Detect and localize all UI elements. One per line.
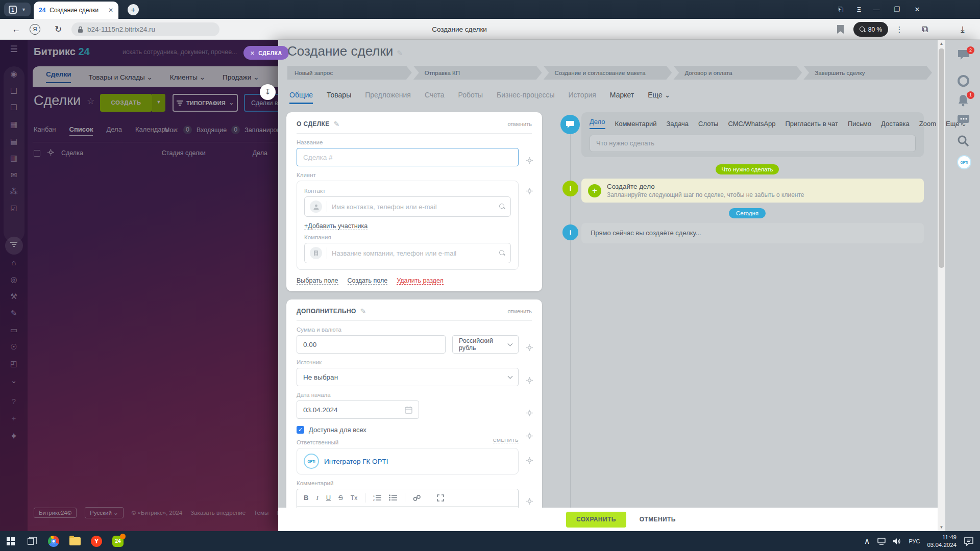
search-icon[interactable] — [499, 204, 505, 210]
expand-icon[interactable] — [437, 494, 444, 502]
tab-group-button[interactable]: 1 ▼ — [4, 3, 31, 16]
tab-task[interactable]: Задача — [666, 120, 689, 128]
source-select[interactable]: Не выбран — [297, 368, 519, 386]
create-field-link[interactable]: Создать поле — [348, 277, 388, 285]
browser-tab[interactable]: 24 Создание сделки ✕ — [34, 2, 118, 19]
slider-close-button[interactable]: ✕ СДЕЛКА — [243, 46, 289, 60]
network-icon[interactable] — [877, 538, 886, 545]
action-center-icon[interactable] — [964, 537, 974, 546]
chrome-taskbar-icon[interactable] — [43, 531, 64, 551]
change-responsible-link[interactable]: сменить — [493, 437, 519, 443]
create-deed-card[interactable]: + Создайте дело Запланируйте следующий ш… — [581, 179, 924, 203]
underline-icon[interactable]: U — [326, 494, 331, 502]
tray-expand-icon[interactable]: ∧ — [864, 536, 870, 546]
support-chat-icon[interactable] — [957, 114, 971, 129]
tab-general[interactable]: Общие — [289, 91, 313, 104]
stage-item[interactable]: Отправка КП — [413, 66, 542, 80]
field-gear-icon[interactable] — [526, 157, 533, 166]
currency-select[interactable]: Российский рубль — [452, 335, 519, 354]
browser-more-icon[interactable]: ⋮ — [893, 19, 905, 40]
tab-invite-chat[interactable]: Пригласить в чат — [786, 120, 838, 128]
new-tab-button[interactable]: + — [128, 4, 139, 15]
timer-widget-icon[interactable] — [957, 74, 971, 89]
field-gear-icon[interactable] — [526, 409, 533, 418]
edit-section-pencil-icon[interactable]: ✎ — [360, 307, 366, 315]
bookmark-icon[interactable] — [837, 25, 844, 34]
profile-avatar[interactable]: OPTI — [957, 155, 971, 169]
browser-menu-icon[interactable]: Ξ — [850, 0, 868, 19]
scroll-down-arrow[interactable]: ▼ — [938, 523, 945, 531]
task-view-button[interactable] — [21, 531, 43, 551]
file-explorer-icon[interactable] — [64, 531, 86, 551]
zoom-level-badge[interactable]: 80 % — [853, 22, 888, 37]
yandex-browser-icon[interactable]: Y — [86, 531, 107, 551]
edit-title-pencil-icon[interactable]: ✎ — [397, 49, 403, 57]
plus-icon[interactable]: + — [588, 184, 601, 197]
contact-input[interactable]: Имя контакта, телефон или e-mail — [304, 196, 511, 217]
extensions-icon[interactable]: ⧉ — [918, 19, 932, 40]
tab-bizproc[interactable]: Бизнес-процессы — [497, 91, 554, 104]
italic-icon[interactable]: I — [316, 494, 318, 502]
stage-item[interactable]: Новый запрос — [287, 66, 412, 80]
volume-icon[interactable] — [893, 538, 901, 545]
taskbar-clock[interactable]: 11:49 03.04.2024 — [927, 534, 957, 549]
yandex-icon[interactable]: Я — [30, 24, 40, 35]
tab-invoices[interactable]: Счета — [425, 91, 445, 104]
link-icon[interactable] — [413, 494, 421, 502]
minimize-button[interactable]: — — [868, 0, 885, 19]
tab-slots[interactable]: Слоты — [698, 120, 718, 128]
start-date-input[interactable]: 03.04.2024 — [297, 400, 419, 419]
tab-products[interactable]: Товары — [327, 91, 351, 104]
section-cancel-link[interactable]: отменить — [507, 121, 532, 127]
field-gear-icon[interactable] — [526, 187, 533, 196]
scroll-up-arrow[interactable]: ▲ — [938, 40, 945, 47]
close-button[interactable]: ✕ — [909, 0, 926, 19]
strikethrough-icon[interactable]: S — [338, 494, 343, 502]
cancel-button[interactable]: ОТМЕНИТЬ — [640, 516, 676, 523]
tab-close-icon[interactable]: ✕ — [108, 7, 113, 14]
search-widget-icon[interactable] — [957, 135, 971, 149]
available-checkbox[interactable]: ✓ — [297, 426, 304, 434]
tab-delivery[interactable]: Доставка — [881, 120, 910, 128]
sum-input[interactable]: 0.00 — [297, 335, 446, 354]
back-icon[interactable]: ← — [8, 19, 24, 40]
company-input[interactable]: Название компании, телефон или e-mail — [304, 243, 511, 263]
field-gear-icon[interactable] — [526, 377, 533, 386]
language-indicator[interactable]: РУС — [909, 538, 920, 544]
tab-deed[interactable]: Дело — [590, 118, 605, 129]
field-gear-icon[interactable] — [526, 497, 533, 507]
tab-quotes[interactable]: Предложения — [365, 91, 411, 104]
clear-format-icon[interactable]: Tx — [351, 494, 357, 502]
tab-sms[interactable]: СМС/WhatsApp — [728, 120, 775, 128]
delete-section-link[interactable]: Удалить раздел — [397, 277, 444, 285]
sidebar-panel-icon[interactable]: ⎗ — [832, 0, 849, 19]
numbered-list-icon[interactable]: 12 — [373, 494, 381, 501]
field-gear-icon[interactable] — [526, 457, 533, 466]
bullet-list-icon[interactable] — [389, 494, 397, 501]
address-bar[interactable]: b24-1115n2.bitrix24.ru — [71, 22, 219, 36]
tab-robots[interactable]: Роботы — [458, 91, 483, 104]
refresh-icon[interactable]: ↻ — [50, 19, 66, 40]
notifications-bell-icon[interactable]: 1 — [957, 94, 971, 108]
edit-section-pencil-icon[interactable]: ✎ — [334, 120, 340, 128]
slider-scrollbar[interactable]: ▲ ▼ — [938, 40, 945, 531]
deal-name-input[interactable]: Сделка # — [297, 148, 519, 166]
scrollbar-thumb[interactable] — [939, 48, 944, 268]
start-button[interactable] — [0, 531, 21, 551]
tab-letter[interactable]: Письмо — [848, 120, 871, 128]
bold-icon[interactable]: B — [304, 494, 308, 502]
tab-zoom[interactable]: Zoom — [919, 120, 936, 128]
search-icon[interactable] — [499, 250, 505, 256]
responsible-name-link[interactable]: Интегратор ГК OPTI — [324, 458, 388, 465]
tab-comment[interactable]: Комментарий — [615, 120, 657, 128]
section-cancel-link[interactable]: отменить — [507, 308, 532, 314]
bitrix24-app-icon[interactable]: 24 — [107, 531, 129, 551]
restore-button[interactable]: ❐ — [888, 0, 905, 19]
chat-widget-icon[interactable]: 2 — [957, 49, 971, 63]
save-button[interactable]: СОХРАНИТЬ — [566, 512, 626, 528]
deed-input[interactable]: Что нужно сделать — [590, 135, 916, 152]
field-gear-icon[interactable] — [526, 344, 533, 353]
downloads-icon[interactable]: ⤓ — [955, 19, 970, 40]
choose-field-link[interactable]: Выбрать поле — [297, 277, 338, 285]
add-participant-link[interactable]: +Добавить участника — [304, 222, 368, 230]
